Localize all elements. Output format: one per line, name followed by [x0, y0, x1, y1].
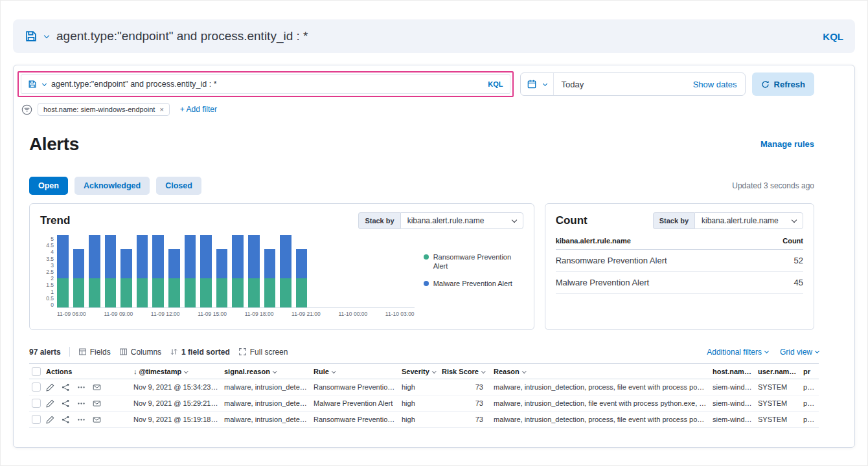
add-filter-link[interactable]: + Add filter — [180, 105, 217, 114]
sort-icon — [170, 348, 178, 356]
bar-segment-ransomware-prevention-alert — [264, 278, 276, 307]
query-input[interactable]: agent.type:"endpoint" and process.entity… — [51, 80, 483, 89]
bar-segment-malware-prevention-alert — [248, 235, 260, 278]
bar-segment-malware-prevention-alert — [200, 235, 212, 278]
fullscreen-icon — [238, 348, 247, 356]
trend-stack-by-select[interactable]: kibana.alert.rule.name — [400, 212, 523, 229]
investigate-in-timeline-icon[interactable] — [46, 399, 54, 408]
query-input[interactable]: agent.type:"endpoint" and process.entity… — [56, 29, 815, 43]
investigate-in-timeline-icon[interactable] — [46, 416, 54, 424]
tab-open[interactable]: Open — [29, 177, 68, 195]
count-table-row[interactable]: Ransomware Prevention Alert52 — [556, 250, 803, 272]
alert-table-row: Nov 9, 2021 @ 15:34:23.619malware, intru… — [29, 379, 819, 395]
tab-closed[interactable]: Closed — [156, 177, 201, 195]
count-table-row[interactable]: Malware Prevention Alert45 — [556, 272, 803, 294]
y-tick-label: 3 — [51, 262, 54, 269]
chevron-down-icon — [815, 349, 819, 353]
manage-rules-link[interactable]: Manage rules — [760, 139, 814, 149]
chevron-down-icon — [795, 369, 799, 373]
show-dates-link[interactable]: Show dates — [693, 80, 745, 89]
row-checkbox[interactable] — [32, 415, 41, 424]
more-actions-icon[interactable] — [77, 399, 86, 408]
date-picker[interactable]: Today Show dates — [520, 72, 746, 96]
columns-button[interactable]: Columns — [119, 348, 161, 357]
saved-query-menu-button[interactable] — [28, 80, 46, 89]
column-header-severity[interactable]: Severity — [402, 368, 442, 375]
investigate-in-timeline-icon[interactable] — [46, 383, 54, 392]
filter-pill-host-name[interactable]: host.name: siem-windows-endpoint × — [38, 103, 170, 116]
bar-segment-malware-prevention-alert — [296, 249, 308, 278]
event-details-icon[interactable] — [93, 383, 101, 392]
bar-segment-malware-prevention-alert — [57, 235, 69, 278]
analyze-event-icon[interactable] — [62, 399, 70, 408]
row-checkbox[interactable] — [32, 399, 41, 408]
date-range-value[interactable]: Today — [554, 80, 693, 89]
x-tick-label: 11-10 03:00 — [385, 311, 415, 317]
trend-bar — [120, 249, 132, 307]
bar-segment-ransomware-prevention-alert — [89, 278, 100, 307]
sorted-fields-button[interactable]: 1 field sorted — [170, 348, 230, 357]
summary-panels: Trend Stack by kibana.alert.rule.name 54… — [14, 195, 854, 330]
bar-segment-ransomware-prevention-alert — [168, 278, 180, 307]
process-cell: po... — [803, 416, 819, 423]
more-actions-icon[interactable] — [77, 383, 86, 392]
reason-cell: malware, intrusion_detection, process, f… — [494, 416, 713, 423]
column-header--timestamp[interactable]: ↓@timestamp — [133, 368, 224, 375]
bar-segment-ransomware-prevention-alert — [296, 278, 308, 307]
remove-filter-icon[interactable]: × — [159, 105, 163, 113]
chart-x-axis: 11-09 06:0011-09 09:0011-09 12:0011-09 1… — [57, 311, 415, 317]
reason-cell: malware, intrusion_detection, process, f… — [494, 383, 713, 391]
process-cell: py... — [803, 399, 819, 407]
signal-reason-cell: malware, intrusion_detectio... — [224, 416, 314, 423]
rule-name: Ransomware Prevention Alert — [556, 256, 667, 265]
legend-item: Ransomware Prevention Alert — [424, 252, 523, 271]
refresh-button[interactable]: Refresh — [752, 72, 814, 96]
chart-y-axis: 54.543.532.521.510.50 — [40, 236, 57, 308]
fields-button[interactable]: Fields — [78, 348, 111, 357]
calendar-icon — [527, 80, 536, 89]
additional-filters-dropdown[interactable]: Additional filters — [707, 348, 768, 357]
save-icon — [28, 80, 37, 89]
date-picker-calendar-button[interactable] — [521, 73, 554, 95]
filter-menu-icon[interactable] — [21, 104, 32, 115]
toolbar-divider — [69, 347, 70, 357]
kql-label[interactable]: KQL — [488, 80, 503, 88]
rule-cell: Ransomware Prevention Al... — [314, 383, 402, 391]
severity-cell: high — [402, 383, 442, 391]
alerts-table-header-row: Actions↓@timestampsignal.reasonRuleSever… — [29, 363, 819, 379]
bar-segment-ransomware-prevention-alert — [185, 278, 196, 307]
trend-panel: Trend Stack by kibana.alert.rule.name 54… — [29, 203, 534, 330]
column-header-risk-score[interactable]: Risk Score — [442, 368, 494, 375]
select-all-checkbox[interactable] — [32, 367, 41, 376]
saved-query-menu-button[interactable] — [25, 30, 49, 43]
trend-chart: 54.543.532.521.510.50 11-09 06:0011-09 0… — [40, 236, 523, 317]
grid-view-dropdown[interactable]: Grid view — [780, 348, 819, 357]
status-tabs: Open Acknowledged Closed — [29, 177, 201, 195]
column-header-host-name[interactable]: host.name — [713, 368, 758, 375]
row-checkbox[interactable] — [32, 383, 41, 392]
bar-segment-malware-prevention-alert — [152, 235, 164, 278]
stack-by-label: Stack by — [358, 212, 400, 229]
column-header-rule[interactable]: Rule — [314, 368, 402, 375]
kql-label[interactable]: KQL — [823, 31, 843, 42]
chevron-down-icon — [332, 369, 336, 373]
risk-score-cell: 73 — [442, 399, 494, 407]
count-stack-by-select[interactable]: kibana.alert.rule.name — [694, 212, 803, 229]
tab-acknowledged[interactable]: Acknowledged — [74, 177, 150, 195]
column-header-user-name[interactable]: user.name — [758, 368, 803, 375]
query-bar[interactable]: agent.type:"endpoint" and process.entity… — [21, 74, 510, 94]
analyze-event-icon[interactable] — [62, 383, 70, 392]
more-actions-icon[interactable] — [77, 416, 86, 424]
column-header-signal-reason[interactable]: signal.reason — [224, 368, 314, 375]
column-header-reason[interactable]: Reason — [494, 368, 713, 375]
event-details-icon[interactable] — [93, 416, 101, 424]
count-table-count-header: Count — [782, 237, 803, 245]
y-tick-label: 1.5 — [46, 282, 54, 288]
full-screen-button[interactable]: Full screen — [238, 348, 288, 357]
user-name-cell: SYSTEM — [758, 416, 803, 423]
trend-bar — [296, 249, 308, 307]
analyze-event-icon[interactable] — [62, 416, 70, 424]
event-details-icon[interactable] — [93, 399, 101, 408]
legend-label: Malware Prevention Alert — [433, 279, 512, 288]
bar-segment-ransomware-prevention-alert — [248, 278, 260, 307]
